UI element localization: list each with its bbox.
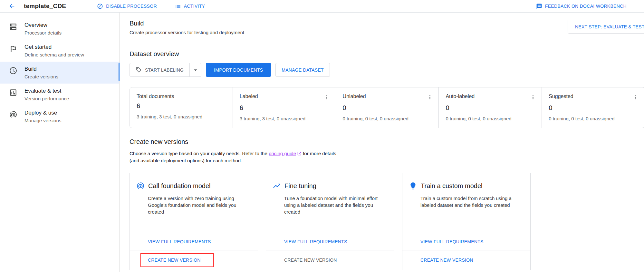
stat-labeled: Labeled 6 3 training, 3 test, 0 unassign… [233, 87, 336, 128]
sidebar-item-sublabel: Version performance [24, 96, 69, 101]
card-head: Fine tuning [266, 173, 394, 190]
pricing-guide-link[interactable]: pricing guide [269, 151, 296, 156]
import-documents-button[interactable]: IMPORT DOCUMENTS [206, 63, 271, 77]
activity-label: ACTIVITY [184, 4, 205, 9]
stat-unlabeled: Unlabeled 0 0 training, 0 test, 0 unassi… [336, 87, 439, 128]
stat-head: Auto-labeled [446, 93, 537, 101]
disable-processor-button[interactable]: DISABLE PROCESSOR [97, 3, 157, 9]
dataset-stats-panel: Total documents 6 3 training, 3 test, 0 … [130, 87, 644, 128]
card-train-custom-model: Train a custom model Train a custom mode… [402, 173, 531, 270]
next-step-button[interactable]: NEXT STEP: EVALUATE & TEST [568, 20, 644, 34]
stat-detail: 0 training, 0 test, 0 unassigned [549, 116, 640, 121]
card-requirements-row: VIEW FULL REQUIREMENTS [266, 233, 394, 250]
card-requirements-row: VIEW FULL REQUIREMENTS [402, 233, 530, 250]
broadcast-icon [136, 182, 145, 190]
disable-processor-label: DISABLE PROCESSOR [106, 4, 157, 9]
sidebar-item-text: Overview Processor details [24, 22, 62, 35]
view-full-requirements-link[interactable]: VIEW FULL REQUIREMENTS [420, 239, 484, 244]
stat-value: 6 [240, 104, 331, 112]
sidebar-item-text: Deploy & use Manage versions [24, 110, 61, 123]
stat-suggested: Suggested 0 0 training, 0 test, 0 unassi… [542, 87, 644, 128]
sidebar-item-overview[interactable]: Overview Processor details [0, 18, 119, 40]
start-labeling-split-button: START LABELING [130, 63, 201, 77]
feedback-button[interactable]: FEEDBACK ON DOCAI WORKBENCH [536, 3, 627, 9]
dataset-toolbar: START LABELING IMPORT DOCUMENTS MANAGE D… [130, 63, 644, 77]
stat-label: Labeled [240, 93, 258, 99]
more-vert-icon[interactable] [632, 93, 640, 101]
card-description: Create a version with zero training usin… [130, 190, 258, 215]
create-new-version-link[interactable]: CREATE NEW VERSION [148, 257, 201, 263]
view-full-requirements-link[interactable]: VIEW FULL REQUIREMENTS [148, 239, 211, 244]
more-vert-icon[interactable] [323, 93, 331, 101]
create-versions-intro: Choose a version type based on your qual… [130, 150, 644, 164]
stat-auto-labeled: Auto-labeled 0 0 training, 0 test, 0 una… [438, 87, 542, 128]
back-button[interactable] [7, 1, 17, 11]
start-labeling-button[interactable]: START LABELING [130, 63, 190, 77]
sidebar-item-sublabel: Manage versions [24, 118, 61, 123]
start-labeling-label: START LABELING [145, 67, 184, 73]
card-fine-tuning: Fine tuning Tune a foundation model with… [266, 173, 394, 270]
card-body: Fine tuning Tune a foundation model with… [266, 173, 394, 233]
activity-list-icon [175, 3, 181, 9]
stat-detail: 0 training, 0 test, 0 unassigned [446, 116, 537, 121]
sidebar-item-text: Build Create versions [24, 66, 58, 79]
processor-title: template_CDE [24, 3, 66, 10]
flag-icon [9, 45, 17, 53]
sidebar-item-sublabel: Processor details [24, 30, 62, 35]
stat-detail: 3 training, 3 test, 0 unassigned [240, 116, 331, 121]
stat-detail: 0 training, 0 test, 0 unassigned [343, 116, 434, 121]
overview-dns-icon [9, 23, 17, 31]
sidebar-item-build[interactable]: Build Create versions [0, 62, 119, 84]
stat-label: Auto-labeled [446, 93, 475, 99]
top-bar: template_CDE DISABLE PROCESSOR ACTIVITY … [0, 0, 644, 13]
card-requirements-row: VIEW FULL REQUIREMENTS [130, 233, 258, 250]
intro-text-2: for more details [303, 151, 336, 156]
page-layout: Overview Processor details Get started D… [0, 13, 644, 272]
card-title: Call foundation model [148, 182, 210, 190]
start-labeling-dropdown[interactable] [189, 63, 201, 77]
sidebar-item-deploy-use[interactable]: Deploy & use Manage versions [0, 106, 119, 127]
sidebar-item-text: Evaluate & test Version performance [24, 88, 69, 101]
sidebar-item-get-started[interactable]: Get started Define schema and preview [0, 40, 119, 62]
stat-head: Total documents [137, 93, 228, 99]
stat-detail: 3 training, 3 test, 0 unassigned [137, 114, 228, 119]
stat-total-documents: Total documents 6 3 training, 3 test, 0 … [130, 87, 233, 128]
card-body: Call foundation model Create a version w… [130, 173, 258, 233]
create-new-version-link[interactable]: CREATE NEW VERSION [420, 257, 473, 263]
trending-up-icon [273, 182, 281, 190]
sidebar-item-label: Deploy & use [24, 110, 61, 116]
activity-button[interactable]: ACTIVITY [175, 3, 205, 9]
content-area: Dataset overview START LABELING [120, 50, 644, 270]
stat-head: Suggested [549, 93, 640, 101]
feedback-label: FEEDBACK ON DOCAI WORKBENCH [545, 4, 627, 9]
dataset-overview-heading: Dataset overview [130, 50, 644, 58]
card-create-row: CREATE NEW VERSION [266, 250, 394, 270]
card-description: Tune a foundation model with minimal eff… [266, 190, 394, 215]
stat-head: Unlabeled [343, 93, 434, 101]
stat-value: 0 [549, 104, 640, 112]
card-create-row: CREATE NEW VERSION [130, 250, 258, 270]
page-title: Build [130, 20, 644, 27]
sidebar: Overview Processor details Get started D… [0, 13, 120, 272]
sidebar-item-label: Overview [24, 22, 62, 28]
more-vert-icon[interactable] [529, 93, 537, 101]
view-full-requirements-link[interactable]: VIEW FULL REQUIREMENTS [284, 239, 347, 244]
assessment-chart-icon [9, 88, 17, 97]
stat-value: 0 [446, 104, 537, 112]
card-title: Fine tuning [284, 182, 316, 190]
more-vert-icon[interactable] [426, 93, 434, 101]
manage-dataset-button[interactable]: MANAGE DATASET [275, 63, 330, 77]
sidebar-item-evaluate-test[interactable]: Evaluate & test Version performance [0, 84, 119, 106]
stat-label: Unlabeled [343, 93, 366, 99]
create-versions-heading: Create new versions [130, 138, 644, 146]
open-in-new-icon [297, 151, 302, 156]
sidebar-item-sublabel: Define schema and preview [24, 52, 84, 57]
feedback-bubble-icon [536, 3, 542, 9]
sidebar-item-text: Get started Define schema and preview [24, 44, 84, 57]
lightbulb-icon [409, 182, 417, 190]
page-subtitle: Create processor versions for testing an… [130, 30, 644, 35]
sidebar-item-label: Build [24, 66, 58, 72]
label-icon [136, 67, 142, 73]
stat-label: Suggested [549, 93, 573, 99]
block-icon [97, 3, 103, 9]
